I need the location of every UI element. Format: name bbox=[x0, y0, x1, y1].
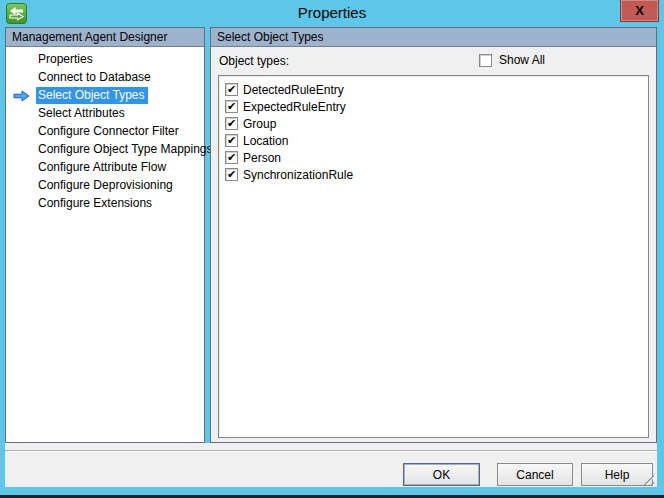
object-type-row-location[interactable]: ✔Location bbox=[219, 132, 648, 149]
object-type-row-expectedruleentry[interactable]: ✔ExpectedRuleEntry bbox=[219, 98, 648, 115]
object-type-label: Location bbox=[243, 134, 288, 148]
close-button[interactable]: X bbox=[620, 0, 659, 22]
object-type-label: ExpectedRuleEntry bbox=[243, 100, 346, 114]
object-type-label: SynchronizationRule bbox=[243, 168, 353, 182]
titlebar: Properties X bbox=[0, 0, 664, 27]
sidebar-item-label: Properties bbox=[36, 51, 96, 68]
sidebar-item-connect-to-database[interactable]: Connect to Database bbox=[6, 69, 204, 87]
checked-checkbox-icon[interactable]: ✔ bbox=[225, 83, 238, 96]
sidebar-item-label: Configure Object Type Mappings bbox=[36, 141, 216, 158]
checked-checkbox-icon[interactable]: ✔ bbox=[225, 100, 238, 113]
sidebar-item-configure-deprovisioning[interactable]: Configure Deprovisioning bbox=[6, 177, 204, 195]
sidebar-item-configure-extensions[interactable]: Configure Extensions bbox=[6, 195, 204, 213]
object-type-label: DetectedRuleEntry bbox=[243, 83, 344, 97]
show-all-label: Show All bbox=[499, 53, 545, 67]
sidebar-item-label: Configure Deprovisioning bbox=[36, 177, 176, 194]
window-title: Properties bbox=[0, 0, 664, 27]
sidebar-item-properties[interactable]: Properties bbox=[6, 51, 204, 69]
sidebar-item-select-object-types[interactable]: Select Object Types bbox=[6, 87, 204, 105]
checked-checkbox-icon[interactable]: ✔ bbox=[225, 168, 238, 181]
button-bar: OK Cancel Help bbox=[5, 443, 657, 487]
checked-checkbox-icon[interactable]: ✔ bbox=[225, 151, 238, 164]
object-types-label: Object types: bbox=[219, 54, 289, 68]
object-type-label: Person bbox=[243, 151, 281, 165]
sidebar-item-label: Connect to Database bbox=[36, 69, 154, 86]
properties-dialog: Properties X Management Agent Designer P… bbox=[0, 0, 664, 498]
sidebar-item-configure-connector-filter[interactable]: Configure Connector Filter bbox=[6, 123, 204, 141]
sidebar-item-label: Configure Extensions bbox=[36, 195, 155, 212]
selected-item-arrow-icon bbox=[13, 90, 30, 102]
sidebar-item-label: Select Attributes bbox=[36, 105, 128, 122]
object-type-label: Group bbox=[243, 117, 276, 131]
main-body: Object types: Show All ✔DetectedRuleEntr… bbox=[211, 47, 656, 442]
object-types-listbox[interactable]: ✔DetectedRuleEntry✔ExpectedRuleEntry✔Gro… bbox=[218, 75, 649, 438]
sidebar-item-label: Configure Connector Filter bbox=[36, 123, 182, 140]
close-icon: X bbox=[635, 4, 644, 17]
show-all-checkbox-box[interactable] bbox=[479, 54, 492, 67]
sidebar-item-configure-object-type-mappings[interactable]: Configure Object Type Mappings bbox=[6, 141, 204, 159]
sidebar-item-configure-attribute-flow[interactable]: Configure Attribute Flow bbox=[6, 159, 204, 177]
ok-button[interactable]: OK bbox=[403, 463, 480, 486]
sidebar-item-select-attributes[interactable]: Select Attributes bbox=[6, 105, 204, 123]
object-type-row-synchronizationrule[interactable]: ✔SynchronizationRule bbox=[219, 166, 648, 183]
sidebar-item-list: PropertiesConnect to DatabaseSelect Obje… bbox=[6, 47, 204, 213]
object-type-row-detectedruleentry[interactable]: ✔DetectedRuleEntry bbox=[219, 81, 648, 98]
object-type-row-group[interactable]: ✔Group bbox=[219, 115, 648, 132]
main-header: Select Object Types bbox=[211, 28, 656, 47]
checked-checkbox-icon[interactable]: ✔ bbox=[225, 134, 238, 147]
sidebar-panel: Management Agent Designer PropertiesConn… bbox=[5, 27, 205, 443]
help-button[interactable]: Help bbox=[581, 463, 653, 486]
sidebar-item-label: Configure Attribute Flow bbox=[36, 159, 169, 176]
checked-checkbox-icon[interactable]: ✔ bbox=[225, 117, 238, 130]
show-all-checkbox[interactable]: Show All bbox=[479, 53, 545, 67]
main-panel: Select Object Types Object types: Show A… bbox=[210, 27, 657, 443]
button-bar-divider bbox=[5, 450, 657, 452]
sidebar-header: Management Agent Designer bbox=[6, 28, 204, 47]
sidebar-item-label: Select Object Types bbox=[36, 87, 148, 104]
object-type-row-person[interactable]: ✔Person bbox=[219, 149, 648, 166]
cancel-button[interactable]: Cancel bbox=[497, 463, 573, 486]
